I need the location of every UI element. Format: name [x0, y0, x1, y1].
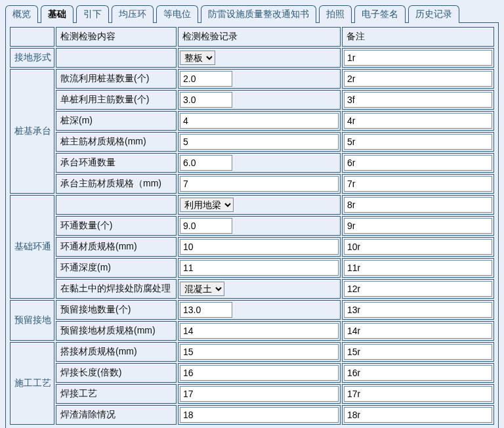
row-pile3: 桩深(m) [10, 111, 494, 131]
input-grounding-remark[interactable] [344, 50, 492, 66]
input-ring3-remark[interactable] [344, 260, 492, 276]
cell-grounding-remark [342, 48, 494, 68]
row-res1: 预留接地 预留接地数量(个) [10, 300, 494, 320]
cell-proc2-content: 焊接长度(倍数) [56, 363, 177, 383]
row-ring1: 环通数量(个) [10, 216, 494, 236]
header-remark: 备注 [342, 27, 494, 47]
input-proc4-value[interactable] [180, 407, 339, 423]
input-pile1-value[interactable] [180, 71, 232, 87]
row-pile6: 承台主筋材质规格（mm) [10, 174, 494, 194]
select-ring4-value[interactable]: 混凝土 [180, 282, 224, 296]
panel-basic: 检测检验内容 检测检验记录 备注 接地形式 整板 桩基承台 散流利用桩基数量(个… [5, 22, 499, 428]
rowhead-grounding: 接地形式 [10, 48, 54, 68]
tab-sign[interactable]: 电子签名 [354, 5, 406, 23]
header-blank [10, 27, 54, 47]
input-ring1-value[interactable] [180, 218, 232, 234]
input-pile5-remark[interactable] [344, 155, 492, 171]
cell-proc1-content: 搭接材质规格(mm) [56, 342, 177, 362]
cell-ring3-content: 环通深度(m) [56, 258, 177, 278]
row-ring2: 环通材质规格(mm) [10, 237, 494, 257]
row-pile1: 桩基承台 散流利用桩基数量(个) [10, 69, 494, 89]
tab-junyahuan[interactable]: 均压环 [112, 5, 154, 23]
tab-yinxia[interactable]: 引下 [76, 5, 109, 23]
input-pile3-remark[interactable] [344, 113, 492, 129]
input-pile5-value[interactable] [180, 155, 232, 171]
row-pile2: 单桩利用主筋数量(个) [10, 90, 494, 110]
row-proc2: 焊接长度(倍数) [10, 363, 494, 383]
cell-pile6-content: 承台主筋材质规格（mm) [56, 174, 177, 194]
cell-res1-content: 预留接地数量(个) [56, 300, 177, 320]
row-proc3: 焊接工艺 [10, 384, 494, 404]
tab-overview[interactable]: 概览 [5, 5, 38, 23]
input-pile2-remark[interactable] [344, 92, 492, 108]
input-proc2-value[interactable] [180, 365, 339, 381]
cell-proc3-content: 焊接工艺 [56, 384, 177, 404]
select-grounding-type[interactable]: 整板 [180, 51, 215, 65]
tab-dengdianwei[interactable]: 等电位 [156, 5, 198, 23]
input-proc3-value[interactable] [180, 386, 339, 402]
row-ring4: 在黏土中的焊接处防腐处理 混凝土 [10, 279, 494, 299]
input-ring0-remark[interactable] [344, 197, 492, 213]
tab-rectify[interactable]: 防雷设施质量整改通知书 [201, 5, 316, 23]
header-record: 检测检验记录 [178, 27, 341, 47]
row-ring0: 基础环通 利用地梁 [10, 195, 494, 215]
row-proc1: 施工工艺 搭接材质规格(mm) [10, 342, 494, 362]
cell-ring2-content: 环通材质规格(mm) [56, 237, 177, 257]
form-table: 检测检验内容 检测检验记录 备注 接地形式 整板 桩基承台 散流利用桩基数量(个… [9, 26, 495, 426]
rowhead-ring: 基础环通 [10, 195, 54, 299]
input-pile3-value[interactable] [180, 113, 339, 129]
input-ring3-value[interactable] [180, 260, 339, 276]
input-pile6-remark[interactable] [344, 176, 492, 192]
input-pile4-value[interactable] [180, 134, 339, 150]
row-res2: 预留接地材质规格(mm) [10, 321, 494, 341]
row-grounding: 接地形式 整板 [10, 48, 494, 68]
input-ring2-value[interactable] [180, 239, 339, 255]
input-pile1-remark[interactable] [344, 71, 492, 87]
cell-pile4-content: 桩主筋材质规格(mm) [56, 132, 177, 152]
tab-bar: 概览 基础 引下 均压环 等电位 防雷设施质量整改通知书 拍照 电子签名 历史记… [5, 5, 499, 23]
cell-pile2-content: 单桩利用主筋数量(个) [56, 90, 177, 110]
input-proc1-value[interactable] [180, 344, 339, 360]
select-ring-type[interactable]: 利用地梁 [180, 198, 234, 212]
input-ring2-remark[interactable] [344, 239, 492, 255]
input-res1-value[interactable] [180, 302, 232, 318]
row-pile5: 承台环通数量 [10, 153, 494, 173]
input-proc1-remark[interactable] [344, 344, 492, 360]
cell-grounding-record: 整板 [178, 48, 341, 68]
row-pile4: 桩主筋材质规格(mm) [10, 132, 494, 152]
input-res2-value[interactable] [180, 323, 339, 339]
cell-res2-content: 预留接地材质规格(mm) [56, 321, 177, 341]
input-pile2-value[interactable] [180, 92, 232, 108]
input-res1-remark[interactable] [344, 302, 492, 318]
rowhead-process: 施工工艺 [10, 342, 54, 425]
cell-pile3-content: 桩深(m) [56, 111, 177, 131]
cell-grounding-content [56, 48, 177, 68]
table-header-row: 检测检验内容 检测检验记录 备注 [10, 27, 494, 47]
tab-history[interactable]: 历史记录 [408, 5, 459, 23]
cell-pile5-content: 承台环通数量 [56, 153, 177, 173]
rowhead-reserve: 预留接地 [10, 300, 54, 341]
cell-ring1-content: 环通数量(个) [56, 216, 177, 236]
input-pile4-remark[interactable] [344, 134, 492, 150]
cell-proc4-content: 焊渣清除情况 [56, 405, 177, 425]
cell-pile1-content: 散流利用桩基数量(个) [56, 69, 177, 89]
input-ring1-remark[interactable] [344, 218, 492, 234]
tab-photo[interactable]: 拍照 [319, 5, 352, 23]
input-ring4-remark[interactable] [344, 281, 492, 297]
input-res2-remark[interactable] [344, 323, 492, 339]
input-proc3-remark[interactable] [344, 386, 492, 402]
cell-ring0-content [56, 195, 177, 215]
rowhead-pile: 桩基承台 [10, 69, 54, 194]
input-proc4-remark[interactable] [344, 407, 492, 423]
input-pile6-value[interactable] [180, 176, 339, 192]
cell-ring4-content: 在黏土中的焊接处防腐处理 [56, 279, 177, 299]
row-ring3: 环通深度(m) [10, 258, 494, 278]
header-content: 检测检验内容 [56, 27, 177, 47]
row-proc4: 焊渣清除情况 [10, 405, 494, 425]
input-proc2-remark[interactable] [344, 365, 492, 381]
tab-basic[interactable]: 基础 [41, 5, 74, 23]
